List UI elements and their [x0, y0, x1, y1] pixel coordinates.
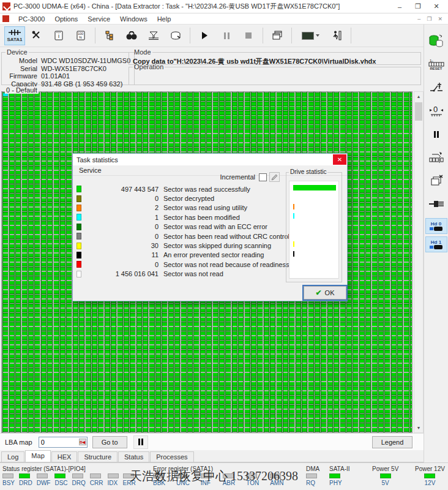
toolbar-separator [263, 28, 263, 43]
windows-cascade-button[interactable] [267, 26, 288, 45]
power-control-button[interactable] [426, 78, 447, 97]
device-row-serial: Serial WD-WX51E78C7CK0 [6, 65, 130, 73]
tab-map[interactable]: Map [25, 450, 50, 462]
bottom-tab-bar: Log Map HEX Structure Status Processes [0, 450, 424, 462]
drive-statistic-chart [289, 181, 339, 279]
incremental-checkbox[interactable] [259, 173, 267, 181]
menu-windows[interactable]: Windows [115, 15, 152, 23]
stat-color-chip [77, 233, 81, 239]
tab-status[interactable]: Status [118, 451, 149, 462]
merge-funnel-icon [147, 30, 160, 41]
device-panel: Device Model WDC WD10SDZW-11UMGS0 Serial… [1, 48, 135, 85]
mdi-minimize-button[interactable]: – [414, 16, 424, 22]
scroll-up-icon[interactable]: ▲ [414, 92, 423, 101]
stop-button[interactable] [238, 26, 259, 45]
sata-connector-icon [8, 29, 21, 36]
toolbar-separator [190, 28, 190, 43]
pause-icon [434, 131, 439, 138]
stop-icon [245, 32, 252, 39]
report-button[interactable]: 100% [70, 26, 91, 45]
sata1-label: SATA1 [7, 37, 22, 42]
led-phy [329, 473, 340, 478]
menu-service[interactable]: Service [83, 15, 115, 23]
drive-bar-error-prevented [293, 251, 294, 257]
scroll-down-icon[interactable]: ▼ [414, 423, 423, 432]
toolbar-separator [95, 28, 95, 43]
close-windows-button[interactable] [426, 172, 447, 190]
tab-structure[interactable]: Structure [78, 451, 118, 462]
led-bsy [2, 473, 13, 478]
tab-log[interactable]: Log [1, 451, 24, 462]
test-oscilloscope-button[interactable] [426, 148, 447, 167]
merge-button[interactable] [143, 26, 164, 45]
stat-row-read-ok: 497 443 547Sector was read successfully [75, 184, 281, 194]
tools-button[interactable] [26, 26, 47, 45]
operation-panel-title: Operation [133, 63, 165, 70]
tools-icon [31, 30, 42, 41]
mdi-restore-button[interactable]: ❐ [424, 16, 435, 22]
stat-row-ecc-error: 0Sector was read with an ECC error [75, 222, 281, 232]
cascade-windows-icon [271, 30, 283, 41]
dialog-title: Task statistics [77, 156, 333, 164]
stat-color-chip [77, 214, 81, 221]
search-button[interactable] [121, 26, 142, 45]
tab-hex[interactable]: HEX [51, 451, 78, 462]
exit-button[interactable] [326, 26, 347, 45]
menu-help[interactable]: Help [152, 15, 176, 23]
chevron-down-icon [316, 34, 319, 37]
map-pause-button[interactable] [133, 435, 148, 449]
hd1-button[interactable]: Hd 1 [425, 236, 447, 252]
led-5v [380, 473, 391, 478]
start-button[interactable] [194, 26, 215, 45]
map-view-button[interactable] [296, 26, 325, 45]
led-dwf [37, 473, 48, 478]
status-register-group: Status register (SATA1)-[PIO4] BSY DRD D… [2, 466, 136, 486]
close-button[interactable]: ✕ [427, 1, 446, 13]
ok-button[interactable]: ✔ OK [304, 286, 346, 300]
goto-button[interactable]: Go to [92, 436, 127, 448]
hd0-button[interactable]: Hd 0 [425, 218, 447, 234]
stat-color-chip [77, 271, 81, 277]
main-toolbar: SATA1 i 100% [0, 24, 424, 47]
drive-statistic-panel: Drive statistic [286, 172, 342, 282]
minimize-button[interactable]: – [390, 1, 409, 13]
disk-image-button[interactable] [165, 26, 186, 45]
pause-button[interactable] [216, 26, 237, 45]
connector-button[interactable] [426, 195, 447, 213]
device-row-model: Model WDC WD10SDZW-11UMGS0 [6, 57, 130, 65]
hd0-label: Hd 0 [431, 221, 441, 227]
legend-button[interactable]: Legend [372, 436, 413, 448]
map-scrollbar[interactable]: ▲ ▼ [414, 91, 424, 433]
zero-track-button[interactable]: 0 [426, 102, 447, 120]
app-window: PC-3000 UDMA-E (x64) - China - [Data Ext… [0, 0, 448, 490]
scrollbar-thumb[interactable] [415, 102, 422, 121]
ata-connector-icon [428, 200, 444, 208]
dialog-menu-service[interactable]: Service [77, 167, 104, 174]
binoculars-icon [125, 31, 138, 40]
menu-pc3000[interactable]: PC-3000 [13, 15, 50, 23]
edit-statistics-button[interactable] [269, 172, 280, 182]
tab-processes[interactable]: Processes [150, 451, 193, 462]
incremental-row: Incremental [220, 172, 280, 182]
disk-image-sidebar-button[interactable] [426, 32, 447, 50]
mdi-close-button[interactable]: ✕ [435, 16, 446, 22]
reset-button[interactable]: 1₀ RESET [426, 55, 447, 74]
task-info-button[interactable]: i [48, 26, 69, 45]
window-title: PC-3000 UDMA-E (x64) - China - [Data Ext… [13, 2, 390, 11]
sata2-group: SATA-II PHY [329, 466, 350, 486]
report-100-icon: 100% [75, 30, 86, 41]
dialog-close-button[interactable]: ✕ [333, 154, 346, 165]
stat-row-skipped: 30Sector was skipped during scanning [75, 241, 281, 250]
menu-options[interactable]: Options [50, 15, 83, 23]
sidebar-pause-button[interactable] [426, 125, 447, 143]
incremental-label: Incremental [220, 173, 255, 181]
maximize-button[interactable]: ❐ [409, 1, 427, 13]
port-sata1-button[interactable]: SATA1 [4, 26, 25, 45]
reset-chip-icon: 1₀ [428, 58, 444, 67]
dialog-title-bar[interactable]: Task statistics ✕ [73, 154, 347, 165]
structure-tree-button[interactable] [99, 26, 120, 45]
svg-text:1₀: 1₀ [430, 59, 433, 62]
green-database-icon [428, 34, 444, 48]
svg-text:i: i [58, 33, 59, 39]
lba-calc-icon[interactable]: D◀ [79, 439, 86, 445]
